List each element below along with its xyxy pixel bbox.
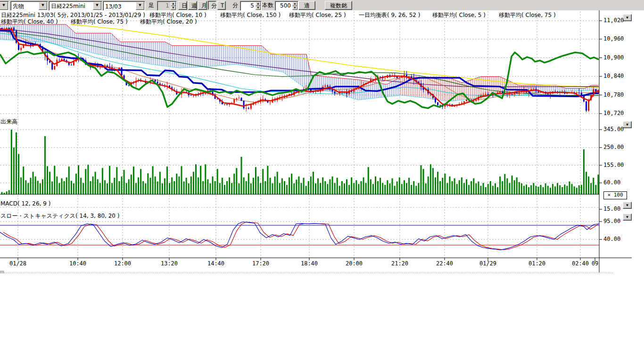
trading-app-window: ▼ 先物 ▼ 日経225mini ▼ 13/03 ▼ 足 1 ▲▼ 日 週 月 … xyxy=(0,0,644,362)
price-axis-label: 10,720 xyxy=(603,110,624,116)
volume-multiplier-box: × 100 xyxy=(603,191,627,199)
time-axis-label: 09 xyxy=(584,260,606,267)
stoch-axis-label: 40.00 xyxy=(603,236,620,242)
price-axis-label: 10,840 xyxy=(603,73,624,79)
macd-panel-title: MACD( 12, 26, 9 ) xyxy=(0,200,50,207)
spin-up-icon[interactable]: ▲ xyxy=(256,2,261,6)
price-scale-dropdown-button[interactable]: ▼ xyxy=(623,14,632,21)
spin-down-icon[interactable]: ▼ xyxy=(292,6,297,10)
main-chart-legend-row2: 移動平均( Close, 40 )移動平均( Close, 75 )移動平均( … xyxy=(0,18,599,24)
time-axis-label: 01:20 xyxy=(526,260,548,267)
contract-month-value: 13/03 xyxy=(103,2,136,10)
legend-item: 移動平均( Close, 75 ) xyxy=(71,18,128,26)
period-tick-button[interactable]: T xyxy=(217,1,226,10)
volume-axis-label: 250.00 xyxy=(603,144,624,150)
stoch-panel-title: スロー・ストキャスティクス( 14, 3, 80, 20 ) xyxy=(0,212,119,220)
bar-interval-stepper[interactable]: 1 ▲▼ xyxy=(157,1,177,11)
spin-up-icon[interactable]: ▲ xyxy=(292,2,297,6)
multi-symbol-button[interactable]: 複数銘柄 xyxy=(325,1,352,10)
volume-axis-label: 155.00 xyxy=(603,162,624,168)
time-axis-label: 22:40 xyxy=(433,260,456,267)
bar-count-label: 本数 xyxy=(262,1,273,10)
macd-axis-label: 15.00 xyxy=(603,206,620,212)
legend-item: 移動平均( Close, 40 ) xyxy=(1,18,58,26)
time-axis-label: 17:20 xyxy=(249,260,272,267)
time-axis-label: 18:40 xyxy=(298,260,321,267)
instrument-type-combo[interactable]: 先物 ▼ xyxy=(10,1,48,11)
chevron-down-icon[interactable]: ▼ xyxy=(136,2,144,10)
minute-value: 5 xyxy=(240,1,255,10)
volume-panel-title: 出来高 xyxy=(0,118,17,126)
stoch-scale-dropdown-button[interactable]: ▼ xyxy=(623,214,632,221)
main-chart-legend-row1: 日経225mini 13/03( 5分, 2013/01/25 - 2013/0… xyxy=(0,11,599,17)
price-axis-label: 10,900 xyxy=(603,54,624,61)
time-axis-label: 01/28 xyxy=(7,260,29,267)
contract-month-combo[interactable]: 13/03 ▼ xyxy=(103,1,145,11)
spin-down-icon[interactable]: ▼ xyxy=(256,6,261,10)
spin-down-icon[interactable]: ▼ xyxy=(171,6,176,10)
chevron-down-icon[interactable]: ▼ xyxy=(0,2,8,10)
period-month-button[interactable]: 月 xyxy=(198,1,207,10)
minute-label: 分 xyxy=(232,1,238,10)
period-week-button[interactable]: 週 xyxy=(188,1,197,10)
macd-scale-dropdown-button[interactable]: ▼ xyxy=(623,202,632,209)
toolbar: ▼ 先物 ▼ 日経225mini ▼ 13/03 ▼ 足 1 ▲▼ 日 週 月 … xyxy=(0,0,644,11)
bar-count-stepper[interactable]: 500 ▲▼ xyxy=(275,1,298,11)
chart-background xyxy=(0,10,644,273)
time-axis-label: 12:00 xyxy=(111,260,134,267)
symbol-combo[interactable]: 日経225mini ▼ xyxy=(49,1,102,11)
volume-axis-label: 60.00 xyxy=(603,179,620,186)
time-axis-label: 20:00 xyxy=(343,260,365,267)
spinner-arrows[interactable]: ▲▼ xyxy=(256,2,261,10)
time-axis-label: 13:20 xyxy=(158,260,181,267)
spin-up-icon[interactable]: ▲ xyxy=(171,2,176,6)
apply-button[interactable]: 適用 xyxy=(298,1,315,10)
bar-count-value: 500 xyxy=(275,1,292,10)
splitter-handle[interactable] xyxy=(0,271,4,273)
period-day-button[interactable]: 日 xyxy=(178,1,187,10)
time-axis-label: 10:40 xyxy=(66,260,89,267)
price-axis-label: 11,020 xyxy=(603,17,624,24)
stoch-axis-label: 95.00 xyxy=(603,218,620,224)
chart-canvas xyxy=(0,10,644,273)
spinner-arrows[interactable]: ▲▼ xyxy=(292,2,297,10)
bar-type-label: 足 xyxy=(149,1,154,10)
volume-scale-dropdown-button[interactable]: ▼ xyxy=(623,121,632,128)
time-axis-label: 21:20 xyxy=(388,260,411,267)
spinner-arrows[interactable]: ▲▼ xyxy=(171,2,176,10)
price-axis-label: 10,780 xyxy=(603,91,624,98)
instrument-type-value: 先物 xyxy=(11,1,39,10)
time-axis-label: 01/29 xyxy=(477,260,499,267)
chevron-down-icon[interactable]: ▼ xyxy=(39,2,47,10)
symbol-value: 日経225mini xyxy=(49,1,93,10)
legend-item: 移動平均( Close, 20 ) xyxy=(140,18,197,26)
chevron-down-icon[interactable]: ▼ xyxy=(93,2,101,10)
price-axis-label: 10,960 xyxy=(603,35,624,42)
left-edge-combo[interactable]: ▼ xyxy=(0,1,9,11)
minute-stepper[interactable]: 5 ▲▼ xyxy=(240,1,262,11)
period-minute-button[interactable]: 分 xyxy=(208,1,216,10)
time-axis-label: 14:40 xyxy=(205,260,227,267)
bar-interval-value: 1 xyxy=(157,1,170,10)
volume-axis-label: 345.00 xyxy=(603,126,624,132)
